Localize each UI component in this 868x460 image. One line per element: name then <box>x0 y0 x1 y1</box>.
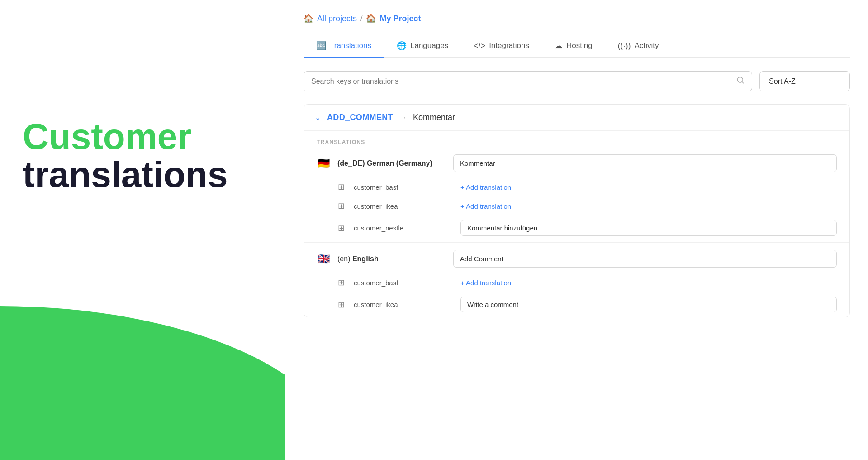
add-translation-de-basf[interactable]: + Add translation <box>460 183 511 191</box>
customer-name-de-nestle: customer_nestle <box>354 224 453 232</box>
integrations-icon: </> <box>474 41 485 51</box>
tab-languages[interactable]: 🌐 Languages <box>384 34 461 58</box>
lang-row-en: 🇬🇧 (en) English <box>304 244 849 273</box>
hero-line1: Customer <box>23 116 191 157</box>
customer-name-de-basf: customer_basf <box>354 183 453 191</box>
right-panel: 🏠 All projects / 🏠 My Project 🔤 Translat… <box>285 0 868 460</box>
project-name: My Project <box>379 14 421 24</box>
sort-select[interactable]: Sort A-Z <box>759 71 850 91</box>
building-icon-5: ⊞ <box>336 300 346 310</box>
svg-line-1 <box>742 81 743 83</box>
search-input[interactable] <box>311 77 732 86</box>
add-translation-en-basf[interactable]: + Add translation <box>460 279 511 287</box>
key-value: Kommentar <box>413 113 455 122</box>
translation-input-en[interactable] <box>453 250 837 268</box>
translations-icon: 🔤 <box>316 41 326 51</box>
lang-label-en: (en) English <box>337 255 446 263</box>
tabs-bar: 🔤 Translations 🌐 Languages </> Integrati… <box>304 34 850 58</box>
customer-name-de-ikea: customer_ikea <box>354 202 453 210</box>
tab-languages-label: Languages <box>410 41 448 50</box>
chevron-down-icon[interactable]: ⌄ <box>315 113 321 122</box>
translations-label: TRANSLATIONS <box>304 131 849 149</box>
left-panel: Customer translations <box>0 0 285 460</box>
tab-translations-label: Translations <box>330 41 371 50</box>
translation-group: ⌄ ADD_COMMENT → Kommentar TRANSLATIONS 🇩… <box>304 104 850 317</box>
tab-integrations[interactable]: </> Integrations <box>461 34 542 58</box>
group-header: ⌄ ADD_COMMENT → Kommentar <box>304 105 849 131</box>
tab-hosting[interactable]: ☁ Hosting <box>542 34 605 58</box>
tab-activity-label: Activity <box>635 41 659 50</box>
breadcrumb-separator: / <box>360 14 362 23</box>
add-translation-de-ikea[interactable]: + Add translation <box>460 202 511 210</box>
customer-name-en-basf: customer_basf <box>354 279 453 287</box>
customer-row-en-basf: ⊞ customer_basf + Add translation <box>304 273 849 292</box>
search-icon <box>736 76 745 86</box>
customer-name-en-ikea: customer_ikea <box>354 301 453 308</box>
building-icon: ⊞ <box>336 182 346 192</box>
translation-input-en-ikea[interactable] <box>460 297 837 312</box>
lang-label-de: (de_DE) German (Germany) <box>337 159 446 168</box>
customer-row-de-ikea: ⊞ customer_ikea + Add translation <box>304 196 849 216</box>
hosting-icon: ☁ <box>555 41 563 51</box>
building-icon-3: ⊞ <box>336 223 346 233</box>
arrow-icon: → <box>399 114 407 122</box>
customer-row-de-basf: ⊞ customer_basf + Add translation <box>304 177 849 196</box>
search-sort-row: Sort A-Z <box>304 71 850 91</box>
customer-row-en-ikea: ⊞ customer_ikea <box>304 292 849 317</box>
tab-hosting-label: Hosting <box>566 41 593 50</box>
flag-de: 🇩🇪 <box>317 158 330 169</box>
hero-line2: translations <box>23 154 228 195</box>
translation-input-de-nestle[interactable] <box>460 220 837 236</box>
activity-icon: ((·)) <box>618 41 631 51</box>
lang-row-de: 🇩🇪 (de_DE) German (Germany) <box>304 149 849 177</box>
project-icon: 🏠 <box>366 14 376 24</box>
all-projects-link[interactable]: All projects <box>317 14 357 24</box>
sort-label: Sort A-Z <box>769 77 796 86</box>
tab-translations[interactable]: 🔤 Translations <box>304 34 384 58</box>
flag-en: 🇬🇧 <box>317 253 330 265</box>
all-projects-icon: 🏠 <box>304 14 313 24</box>
search-box <box>304 71 752 91</box>
breadcrumb: 🏠 All projects / 🏠 My Project <box>304 14 850 24</box>
customer-row-de-nestle: ⊞ customer_nestle <box>304 216 849 240</box>
key-name: ADD_COMMENT <box>327 113 393 122</box>
tab-integrations-label: Integrations <box>489 41 529 50</box>
building-icon-2: ⊞ <box>336 201 346 211</box>
hero-title: Customer translations <box>23 118 262 194</box>
translation-input-de[interactable] <box>453 154 837 172</box>
lang-divider-1 <box>304 242 849 243</box>
translations-section: TRANSLATIONS 🇩🇪 (de_DE) German (Germany)… <box>304 131 849 317</box>
languages-icon: 🌐 <box>397 41 407 51</box>
tab-activity[interactable]: ((·)) Activity <box>605 34 672 58</box>
building-icon-4: ⊞ <box>336 278 346 288</box>
